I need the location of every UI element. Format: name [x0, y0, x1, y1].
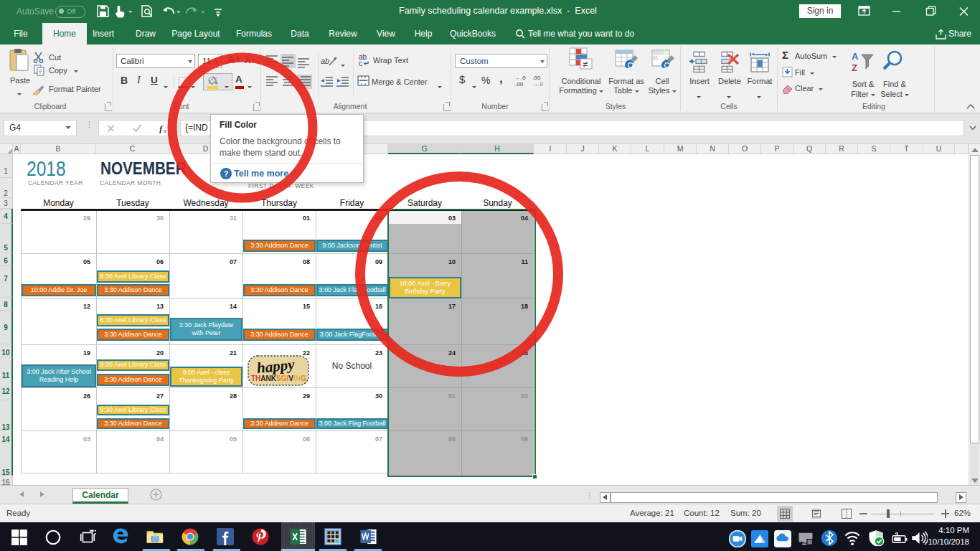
svg-text:c: c [359, 60, 362, 67]
svg-text:≠: ≠ [583, 59, 588, 70]
svg-text:A: A [852, 51, 859, 62]
svg-text:x: x [163, 127, 166, 133]
svg-text:THANKSGIVING: THANKSGIVING [251, 375, 306, 382]
svg-text:Z: Z [852, 62, 857, 73]
svg-text:?: ? [224, 169, 229, 178]
svg-text:ab: ab [321, 57, 329, 65]
